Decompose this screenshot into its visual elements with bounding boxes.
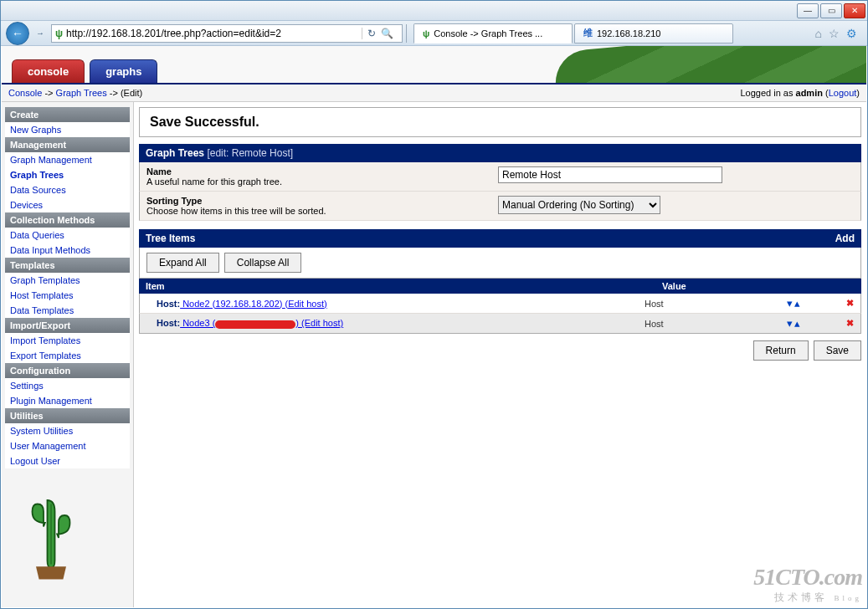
tree-item-link[interactable]: Node2 (192.168.18.202): [180, 299, 285, 309]
breadcrumb-console[interactable]: Console: [8, 88, 42, 98]
redacted-text: [215, 320, 295, 329]
sidebar-export-templates[interactable]: Export Templates: [5, 348, 130, 363]
browser-tab-1[interactable]: ψ Console -> Graph Trees ...: [413, 23, 573, 44]
sidebar-header-create: Create: [5, 107, 130, 122]
maximize-button[interactable]: ▭: [820, 3, 842, 18]
sidebar-header-templates: Templates: [5, 258, 130, 273]
sidebar: Create New Graphs Management Graph Manag…: [2, 102, 134, 607]
sidebar-header-importexport: Import/Export: [5, 318, 130, 333]
sidebar-user-management[interactable]: User Management: [5, 438, 130, 453]
sidebar-data-input-methods[interactable]: Data Input Methods: [5, 243, 130, 258]
sidebar-settings[interactable]: Settings: [5, 378, 130, 393]
cactus-logo: [5, 475, 130, 602]
return-button[interactable]: Return: [753, 340, 809, 361]
cacti-favicon: ψ: [423, 28, 429, 38]
url-text: http://192.168.18.201/tree.php?action=ed…: [66, 28, 281, 39]
tab-favicon: 维: [583, 27, 593, 39]
move-up-icon[interactable]: ▴: [794, 297, 800, 310]
expand-all-button[interactable]: Expand All: [146, 253, 219, 273]
favorites-icon[interactable]: ☆: [829, 27, 840, 40]
sidebar-import-templates[interactable]: Import Templates: [5, 333, 130, 348]
cacti-favicon: ψ: [55, 28, 63, 39]
breadcrumb-edit: (Edit): [121, 88, 142, 98]
sidebar-system-utilities[interactable]: System Utilities: [5, 423, 130, 438]
section-header-tree-items: Tree Items Add: [139, 229, 861, 248]
home-icon[interactable]: ⌂: [815, 27, 822, 40]
section-header-graph-trees: Graph Trees [edit: Remote Host]: [139, 144, 861, 162]
app-header: console graphs: [2, 46, 866, 84]
header-artwork: [481, 46, 866, 83]
tree-grid-header: Item Value: [139, 279, 861, 294]
sidebar-header-utilities: Utilities: [5, 408, 130, 423]
delete-icon[interactable]: ✖: [846, 318, 854, 328]
watermark: 51CTO.com 技术博客 Blog: [753, 564, 862, 605]
edit-host-link[interactable]: (Edit host): [301, 318, 343, 328]
sidebar-graph-management[interactable]: Graph Management: [5, 152, 130, 167]
sidebar-plugin-management[interactable]: Plugin Management: [5, 393, 130, 408]
tab-console[interactable]: console: [12, 59, 85, 83]
breadcrumb-graph-trees[interactable]: Graph Trees: [56, 88, 107, 98]
sidebar-host-templates[interactable]: Host Templates: [5, 288, 130, 303]
save-button[interactable]: Save: [814, 340, 861, 361]
url-field[interactable]: ψ http://192.168.18.201/tree.php?action=…: [51, 24, 403, 43]
sidebar-graph-templates[interactable]: Graph Templates: [5, 273, 130, 288]
move-down-icon[interactable]: ▾: [787, 317, 793, 330]
sidebar-data-templates[interactable]: Data Templates: [5, 303, 130, 318]
edit-host-link[interactable]: (Edit host): [285, 299, 326, 309]
sidebar-header-collection: Collection Methods: [5, 212, 130, 228]
sorting-type-select[interactable]: Manual Ordering (No Sorting): [498, 196, 660, 214]
main-content: Save Successful. Graph Trees [edit: Remo…: [134, 102, 866, 607]
tab-graphs[interactable]: graphs: [90, 59, 157, 83]
sidebar-devices[interactable]: Devices: [5, 197, 130, 212]
sidebar-graph-trees[interactable]: Graph Trees: [5, 167, 130, 182]
delete-icon[interactable]: ✖: [846, 298, 854, 308]
move-down-icon[interactable]: ▾: [787, 297, 793, 310]
refresh-icon[interactable]: ↻: [367, 28, 376, 39]
move-up-icon[interactable]: ▴: [794, 317, 800, 330]
tree-row: Host: Node2 (192.168.18.202) (Edit host)…: [139, 294, 861, 314]
window-titlebar: — ▭ ✕: [1, 1, 867, 21]
add-link[interactable]: Add: [835, 233, 855, 244]
sidebar-header-management: Management: [5, 137, 130, 152]
tree-item-link[interactable]: Node3 (): [180, 318, 301, 328]
name-input[interactable]: [498, 166, 722, 183]
minimize-button[interactable]: —: [797, 3, 819, 18]
sidebar-data-sources[interactable]: Data Sources: [5, 182, 130, 197]
forward-button[interactable]: →: [33, 22, 48, 45]
close-button[interactable]: ✕: [844, 3, 865, 18]
save-success-message: Save Successful.: [139, 107, 861, 137]
form-row-name: Name A useful name for this graph tree.: [139, 162, 861, 192]
sidebar-logout-user[interactable]: Logout User: [5, 453, 130, 468]
breadcrumb: Console -> Graph Trees -> (Edit) Logged …: [2, 84, 866, 102]
form-row-sorting: Sorting Type Choose how items in this tr…: [139, 192, 861, 221]
current-user: admin: [796, 88, 823, 98]
sidebar-data-queries[interactable]: Data Queries: [5, 228, 130, 243]
tree-row: Host: Node3 () (Edit host) Host ▾ ▴ ✖: [139, 314, 861, 334]
collapse-all-button[interactable]: Collapse All: [224, 253, 302, 273]
gear-icon[interactable]: ⚙: [846, 27, 857, 40]
sidebar-new-graphs[interactable]: New Graphs: [5, 122, 130, 137]
address-bar: ← → ψ http://192.168.18.201/tree.php?act…: [1, 21, 867, 46]
sidebar-header-configuration: Configuration: [5, 363, 130, 378]
search-icon[interactable]: 🔍: [381, 28, 393, 39]
browser-tab-2[interactable]: 维 192.168.18.210: [574, 23, 733, 44]
logout-link[interactable]: Logout: [829, 88, 857, 98]
back-button[interactable]: ←: [6, 22, 29, 45]
